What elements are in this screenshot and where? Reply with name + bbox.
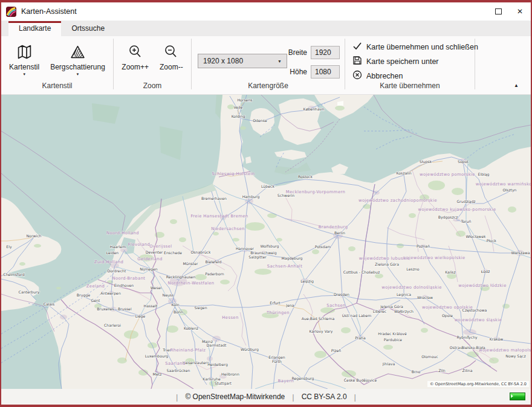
svg-text:Deventer: Deventer	[146, 250, 163, 254]
group-kartenstil: Kartenstil ▼ Bergschattierung ▼ Kartenst…	[1, 39, 114, 89]
svg-text:Heidelberg: Heidelberg	[207, 362, 228, 367]
chevron-down-icon: ▼	[277, 59, 282, 63]
svg-text:Plzeň: Plzeň	[331, 348, 342, 353]
svg-text:Brandenburg: Brandenburg	[319, 225, 348, 229]
svg-text:województwo śląskie: województwo śląskie	[455, 318, 502, 322]
svg-text:Magdeburg: Magdeburg	[281, 256, 302, 261]
svg-text:Warszawa: Warszawa	[511, 251, 530, 255]
svg-text:Metz: Metz	[153, 372, 162, 376]
ribbon-collapse-button[interactable]: ▲	[514, 83, 519, 88]
svg-text:Ely: Ely	[6, 245, 12, 249]
tab-landkarte[interactable]: Landkarte	[8, 21, 61, 36]
group-label: Zoom	[114, 82, 191, 90]
svg-text:Leiden: Leiden	[106, 251, 119, 255]
svg-text:Kaiserslautern: Kaiserslautern	[183, 361, 209, 365]
svg-text:Bielefeld: Bielefeld	[206, 260, 222, 264]
svg-text:Flevoland: Flevoland	[128, 242, 150, 247]
zoom-in-button[interactable]: Zoom++	[118, 41, 152, 72]
svg-text:Legnica: Legnica	[397, 292, 411, 297]
svg-text:Münster: Münster	[183, 261, 198, 266]
svg-text:Grudziądz: Grudziądz	[456, 199, 475, 204]
svg-text:Niedersachsen: Niedersachsen	[211, 226, 244, 231]
svg-text:České Budějovice: České Budějovice	[344, 378, 377, 383]
svg-text:Vejle: Vejle	[234, 105, 243, 110]
svg-text:Kraków: Kraków	[490, 337, 504, 341]
svg-text:Hasselt: Hasselt	[144, 304, 158, 308]
svg-text:Praha: Praha	[355, 336, 366, 340]
svg-text:Nordrhein-Westfalen: Nordrhein-Westfalen	[167, 281, 214, 286]
maximize-icon	[495, 8, 502, 14]
status-attribution: © OpenStreetMap-Mitwirkende	[185, 393, 285, 401]
svg-text:Wolfsburg: Wolfsburg	[261, 244, 279, 249]
svg-text:Brugge: Brugge	[77, 293, 91, 298]
svg-text:Karlovy Vary: Karlovy Vary	[310, 329, 333, 334]
svg-text:Berlin: Berlin	[334, 231, 345, 235]
maximize-button[interactable]	[487, 4, 509, 19]
svg-text:Darmstadt: Darmstadt	[207, 343, 227, 347]
svg-text:Sachsen-Anhalt: Sachsen-Anhalt	[267, 264, 302, 269]
kartenstil-button[interactable]: Kartenstil ▼	[5, 41, 43, 77]
svg-text:Köln: Köln	[171, 303, 179, 307]
svg-text:Noord-Holland: Noord-Holland	[106, 231, 139, 236]
svg-text:Olsztyn: Olsztyn	[502, 188, 516, 193]
svg-text:Saarland: Saarland	[165, 361, 185, 366]
map-canvas[interactable]: HorsensVejleKoldingOdenseKøbenhavnBremer…	[1, 95, 531, 389]
svg-text:Opole: Opole	[442, 313, 453, 318]
svg-text:Liège: Liège	[135, 314, 146, 319]
battery-indicator	[510, 393, 525, 400]
svg-text:Wrocław: Wrocław	[417, 295, 433, 300]
svg-text:województwo opolskie: województwo opolskie	[422, 305, 473, 310]
svg-text:Hradec Králové: Hradec Králové	[378, 332, 407, 336]
svg-text:Thüringen: Thüringen	[266, 310, 290, 315]
map-attribution: © OpenStreetMap.org-Mitwirkende, CC BY-S…	[427, 381, 529, 387]
svg-text:Fürth: Fürth	[272, 359, 282, 364]
svg-text:województwo łódzkie: województwo łódzkie	[458, 283, 507, 288]
svg-text:Norwich: Norwich	[26, 234, 41, 238]
speichern-unter-button[interactable]: Karte speichern unter	[345, 54, 475, 69]
svg-text:województwo dolnośląskie: województwo dolnośląskie	[381, 285, 442, 290]
svg-text:København: København	[303, 107, 325, 111]
svg-text:Saarbrücken: Saarbrücken	[167, 368, 190, 373]
bergschattierung-button[interactable]: Bergschattierung ▼	[47, 41, 109, 77]
svg-text:Olomouc: Olomouc	[421, 354, 438, 359]
svg-text:Toruń: Toruń	[461, 219, 472, 223]
svg-text:Gent: Gent	[91, 298, 101, 303]
chevron-down-icon: ▼	[76, 72, 80, 76]
group-label: Karte übernehmen	[345, 82, 475, 90]
svg-text:Zlín: Zlín	[438, 368, 446, 373]
tab-ortssuche[interactable]: Ortssuche	[61, 21, 115, 36]
svg-text:Schleswig-Holstein: Schleswig-Holstein	[212, 171, 255, 176]
svg-text:Sachsen: Sachsen	[326, 303, 345, 308]
zoom-in-icon	[128, 42, 143, 62]
svg-text:Jihlava: Jihlava	[382, 362, 395, 367]
svg-text:Leipzig: Leipzig	[300, 279, 314, 284]
svg-text:Würzburg: Würzburg	[241, 347, 259, 352]
svg-text:Dordrecht: Dordrecht	[108, 269, 126, 273]
svg-text:województwo pomorskie: województwo pomorskie	[420, 172, 475, 177]
svg-text:Freie Hansestadt Bremen: Freie Hansestadt Bremen	[190, 214, 248, 219]
app-icon	[6, 7, 16, 17]
svg-text:Bruxelles - Brussel: Bruxelles - Brussel	[97, 307, 132, 311]
svg-text:Nijmegen: Nijmegen	[140, 267, 158, 272]
app-window: Karten-Assistent ✕ Landkarte Ortssuche K…	[0, 0, 532, 407]
window-title: Karten-Assistent	[21, 7, 77, 16]
map-icon	[16, 42, 33, 62]
svg-text:województwo wielkopolskie: województwo wielkopolskie	[403, 255, 465, 260]
svg-text:Horsens: Horsens	[237, 98, 252, 102]
svg-text:Dresden: Dresden	[334, 292, 349, 296]
svg-text:województwo kujawsko-pomorskie: województwo kujawsko-pomorskie	[418, 207, 496, 212]
svg-text:Bonn: Bonn	[174, 310, 183, 314]
breite-field[interactable]: 1920	[311, 46, 340, 59]
tab-strip: Landkarte Ortssuche	[1, 21, 531, 36]
svg-text:Ústí nad Labem: Ústí nad Labem	[342, 313, 371, 318]
zoom-out-button[interactable]: Zoom--	[156, 41, 187, 72]
svg-text:Hessen: Hessen	[222, 315, 238, 320]
svg-text:Jena: Jena	[285, 303, 294, 308]
uebernehmen-schliessen-button[interactable]: Karte übernehmen und schließen	[345, 40, 475, 54]
svg-text:Płock: Płock	[487, 239, 497, 243]
svg-text:Jelenia Góra: Jelenia Góra	[380, 304, 403, 309]
size-preset-select[interactable]: 1920 x 1080 ▼	[198, 54, 287, 68]
close-button[interactable]: ✕	[509, 4, 531, 19]
breite-label: Breite	[288, 48, 307, 57]
hoehe-field[interactable]: 1080	[311, 65, 340, 79]
